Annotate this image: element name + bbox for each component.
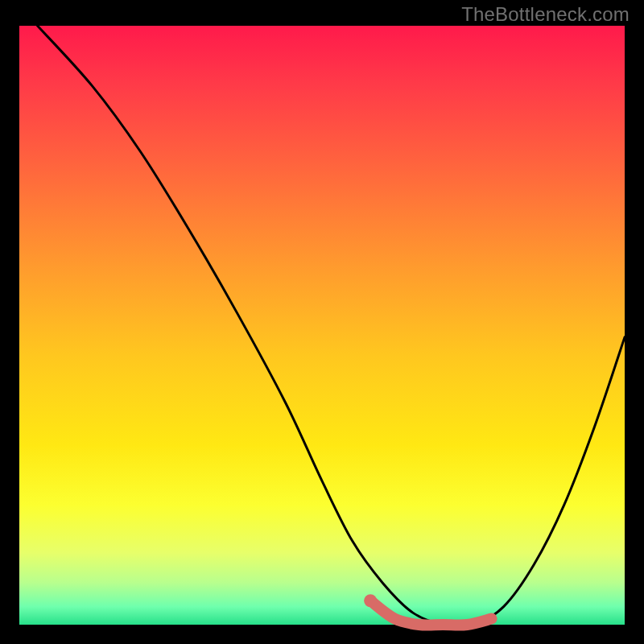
optimal-range-start-dot	[364, 594, 377, 607]
chart-stage: TheBottleneck.com	[0, 0, 644, 644]
bottleneck-chart	[0, 0, 644, 644]
chart-background	[19, 26, 625, 625]
watermark-text: TheBottleneck.com	[461, 3, 630, 26]
